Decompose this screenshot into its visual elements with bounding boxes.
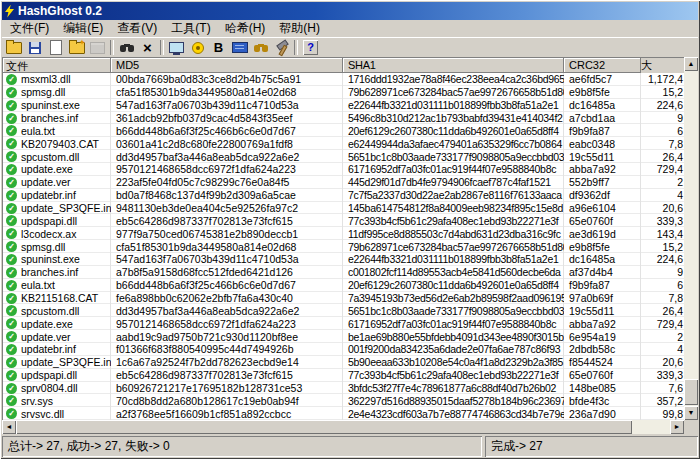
table-row[interactable]: updatebr.inff01366f683f880540995c44d7494…	[3, 343, 684, 356]
computer-icon[interactable]	[166, 39, 187, 57]
file-cell: KB2115168.CAT	[3, 292, 111, 305]
open-icon[interactable]	[3, 39, 24, 57]
file-cell: update.exe	[3, 163, 111, 176]
table-row[interactable]: update_SP3QFE.inf9481130eb3de0ea404c5e92…	[3, 202, 684, 215]
bold-b-icon[interactable]	[208, 39, 229, 57]
size-cell: 15,2	[641, 240, 684, 253]
new-file-icon[interactable]	[45, 39, 66, 57]
scroll-down-button[interactable]: ▼	[684, 406, 698, 420]
keyboard-icon[interactable]	[229, 39, 250, 57]
table-row[interactable]: update.ver223af5fe04fd05c7c98299c76e0a84…	[3, 176, 684, 189]
file-name: updspapi.dll	[21, 369, 77, 381]
table-row[interactable]: spuninst.exe547ad163f7a06703b439d11c4710…	[3, 99, 684, 112]
menu-item[interactable]: 编辑(E)	[56, 19, 110, 38]
horizontal-scroll-thumb[interactable]	[16, 420, 632, 434]
menu-item[interactable]: 哈希(H)	[218, 19, 273, 38]
binoculars-icon[interactable]	[250, 39, 271, 57]
size-cell: 7,8	[641, 137, 684, 150]
sha1-cell: 79b628971ce673284bac57ae9972676658b51d80	[343, 240, 564, 253]
md5-cell: fe6a898bb0c62062e2bfb7fa6a430c40	[111, 292, 343, 305]
binoculars-icon	[254, 44, 268, 52]
menu-item[interactable]: 查看(V)	[110, 19, 164, 38]
table-row[interactable]: KB2115168.CATfe6a898bb0c62062e2bfb7fa6a4…	[3, 292, 684, 305]
table-row[interactable]: spmsg.dllcfa51f85301b9da3449580a814e02d6…	[3, 240, 684, 253]
new-folder-icon[interactable]	[66, 39, 87, 57]
table-row[interactable]: update_SP3QFE.inf1c6a67a92524f7b2dd78262…	[3, 356, 684, 369]
table-row[interactable]: updatebr.infbd0a7f8468c137d4f99b2d309a6a…	[3, 189, 684, 202]
vertical-scroll-track[interactable]	[684, 71, 698, 406]
scroll-right-button[interactable]: ►	[670, 420, 684, 434]
table-row[interactable]: l3codecx.ax977f9a750ced06745381e2b890dec…	[3, 227, 684, 240]
table-row[interactable]: spcustom.dlldd3d4957baf3a446a8eab5dca922…	[3, 304, 684, 317]
file-name: branches.inf	[21, 266, 78, 278]
success-check-icon	[6, 203, 17, 214]
table-row[interactable]: spmsg.dllcfa51f85301b9da3449580a814e02d6…	[3, 86, 684, 99]
column-header-md5[interactable]: MD5	[111, 58, 343, 73]
menu-item[interactable]: 帮助(H)	[272, 19, 327, 38]
table-row[interactable]: spuninst.exe547ad163f7a06703b439d11c4710…	[3, 253, 684, 266]
column-header-sha1[interactable]: SHA1	[343, 58, 564, 73]
table-row[interactable]: branches.inf361adcb92bfb037d9cac4d5843f3…	[3, 112, 684, 125]
column-header-size[interactable]: 大	[641, 58, 684, 73]
table-row[interactable]: update.veraabd19c9ad9750b721c930d1120bf8…	[3, 330, 684, 343]
crc32-cell: f9b9fa87	[564, 279, 641, 292]
vertical-scroll-thumb[interactable]	[684, 379, 698, 405]
menu-item[interactable]: 工具(T)	[164, 19, 217, 38]
table-row[interactable]: update.exe9570121468658dcc6972f1dfa624a2…	[3, 163, 684, 176]
sha1-cell: e22644fb3321d031111b018899fbb3b8fa51a2e1	[343, 253, 564, 266]
md5-cell: a7b8f5a9158d68fcc512fded6421d126	[111, 266, 343, 279]
menu-item[interactable]: 文件(F)	[3, 19, 56, 38]
table-row[interactable]: updspapi.dlleb5c64286d987337f702813e73fc…	[3, 369, 684, 382]
table-row[interactable]: msxml3.dll00bda7669ba0d83c3ce8d2b4b75c5a…	[3, 73, 684, 86]
menu-bar: 文件(F)编辑(E)查看(V)工具(T)哈希(H)帮助(H)	[2, 20, 698, 37]
file-cell: l3codecx.ax	[3, 227, 111, 240]
size-cell: 15,2	[641, 86, 684, 99]
scroll-up-button[interactable]: ▲	[684, 57, 698, 71]
hammer-icon[interactable]	[271, 39, 292, 57]
save-icon[interactable]	[24, 39, 45, 57]
table-row[interactable]: eula.txtb66dd448b6a6f3f25c466b6c6e0d7d67…	[3, 279, 684, 292]
success-check-icon	[6, 241, 17, 252]
table-row[interactable]: srv.sys70cd8b8dd2a680b128617c19eb0ab94f3…	[3, 394, 684, 407]
scroll-left-button[interactable]: ◄	[2, 420, 16, 434]
table-row[interactable]: updspapi.dlleb5c64286d987337f702813e73fc…	[3, 214, 684, 227]
table-row[interactable]: sprv0804.dllb60926721217e17695182b128731…	[3, 382, 684, 395]
column-header-crc32[interactable]: CRC32	[564, 58, 641, 73]
file-cell: eula.txt	[3, 279, 111, 292]
file-name: update.exe	[21, 163, 73, 175]
file-cell: update.ver	[3, 176, 111, 189]
size-cell: 729,4	[641, 317, 684, 330]
table-row[interactable]: srvsvc.dlla2f3768ee5f16609b1cf851a892ccb…	[3, 407, 684, 420]
table-row[interactable]: update.exe9570121468658dcc6972f1dfa624a2…	[3, 317, 684, 330]
table-body: msxml3.dll00bda7669ba0d83c3ce8d2b4b75c5a…	[3, 73, 684, 420]
table-row[interactable]: KB2079403.CAT03601a41c2d8c680fe22800769a…	[3, 137, 684, 150]
file-name: sprv0804.dll	[21, 382, 78, 394]
md5-cell: eb5c64286d987337f702813e73fcf615	[111, 369, 343, 382]
find-icon[interactable]	[116, 39, 137, 57]
help-icon[interactable]	[300, 39, 321, 57]
cd-icon[interactable]	[187, 39, 208, 57]
sha1-cell: 362297d516d88935015daaf5278b184b96c23697	[343, 394, 564, 407]
column-header-file[interactable]: 文件	[3, 58, 111, 73]
lightning-app-icon	[5, 5, 14, 18]
file-name: srvsvc.dll	[21, 408, 64, 420]
table-row[interactable]: branches.infa7b8f5a9158d68fcc512fded6421…	[3, 266, 684, 279]
file-name: update.ver	[21, 176, 71, 188]
table-row[interactable]: eula.txtb66dd448b6a6f3f25c466b6c6e0d7d67…	[3, 124, 684, 137]
md5-cell: 547ad163f7a06703b439d11c4710d53a	[111, 253, 343, 266]
file-name: update.exe	[21, 318, 73, 330]
size-cell: 26,4	[641, 304, 684, 317]
size-cell: 2	[641, 176, 684, 189]
file-name: updatebr.inf	[21, 343, 76, 355]
delete-icon[interactable]	[137, 39, 158, 57]
file-name: spuninst.exe	[21, 99, 80, 111]
crc32-cell: f8544524	[564, 356, 641, 369]
horizontal-scrollbar[interactable]: ◄ ►	[2, 420, 684, 434]
new-folder-icon	[69, 42, 85, 54]
file-name: eula.txt	[21, 279, 55, 291]
file-cell: eula.txt	[3, 124, 111, 137]
table-row[interactable]: spcustom.dlldd3d4957baf3a446a8eab5dca922…	[3, 150, 684, 163]
report-icon	[87, 39, 108, 57]
success-check-icon	[6, 228, 17, 239]
vertical-scrollbar[interactable]: ▲ ▼	[684, 57, 698, 420]
